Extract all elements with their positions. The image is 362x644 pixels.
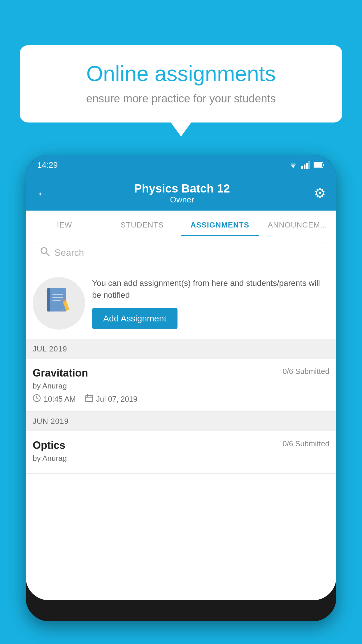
svg-rect-13 (52, 297, 63, 298)
meta-date: Jul 07, 2019 (85, 394, 138, 404)
signal-icon (301, 161, 311, 169)
promo-block: You can add assignment(s) from here and … (26, 269, 336, 339)
batch-role: Owner (134, 195, 230, 204)
assignment-date: Jul 07, 2019 (96, 395, 138, 404)
speech-bubble-container: Online assignments ensure more practice … (20, 45, 342, 123)
svg-line-20 (37, 398, 38, 399)
assignment-item-optics[interactable]: Optics 0/6 Submitted by Anurag (26, 431, 336, 474)
speech-bubble: Online assignments ensure more practice … (20, 45, 342, 123)
status-icons (288, 161, 325, 169)
assignment-by-gravitation: by Anurag (33, 382, 329, 391)
search-icon (40, 246, 50, 259)
assignment-title-gravitation: Gravitation (33, 367, 88, 379)
app-header: ← Physics Batch 12 Owner ⚙ (26, 176, 336, 211)
speech-bubble-subtext: ensure more practice for your students (37, 92, 325, 105)
svg-rect-2 (306, 163, 308, 169)
header-title-group: Physics Batch 12 Owner (134, 182, 230, 204)
calendar-icon (85, 394, 93, 404)
status-bar: 14:29 (26, 155, 336, 176)
search-container: Search (26, 236, 336, 269)
search-bar[interactable]: Search (33, 242, 329, 263)
svg-rect-1 (304, 164, 305, 169)
meta-time: 10:45 AM (33, 394, 76, 404)
assignment-submitted-gravitation: 0/6 Submitted (283, 367, 329, 376)
svg-rect-12 (52, 294, 63, 295)
svg-rect-10 (47, 288, 50, 312)
assignment-time: 10:45 AM (44, 395, 76, 404)
promo-text-area: You can add assignment(s) from here and … (92, 277, 329, 329)
tab-bar: IEW STUDENTS ASSIGNMENTS ANNOUNCEM... (26, 211, 336, 236)
status-time: 14:29 (37, 160, 58, 170)
assignment-title-optics: Optics (33, 439, 65, 452)
svg-rect-14 (52, 300, 61, 301)
assignment-submitted-optics: 0/6 Submitted (283, 439, 329, 448)
notebook-icon (44, 286, 73, 321)
speech-bubble-heading: Online assignments (37, 61, 325, 86)
phone-container: 14:29 (26, 155, 336, 644)
tab-assignments[interactable]: ASSIGNMENTS (181, 220, 259, 236)
svg-rect-3 (308, 161, 310, 169)
tab-students[interactable]: STUDENTS (103, 220, 181, 236)
phone-inner: 14:29 (26, 155, 336, 600)
svg-line-8 (46, 253, 49, 256)
svg-rect-6 (314, 163, 322, 167)
search-placeholder: Search (55, 247, 84, 258)
assignment-top-row: Gravitation 0/6 Submitted (33, 367, 329, 379)
assignment-meta-gravitation: 10:45 AM Jul 07, 201 (33, 394, 329, 404)
promo-icon-circle (33, 277, 85, 330)
clock-icon (33, 394, 41, 404)
assignment-by-optics: by Anurag (33, 454, 329, 463)
tab-announcements[interactable]: ANNOUNCEM... (259, 220, 337, 236)
settings-icon[interactable]: ⚙ (314, 185, 326, 201)
wifi-icon (288, 161, 298, 169)
app-content: Search (26, 236, 336, 600)
add-assignment-button[interactable]: Add Assignment (92, 308, 178, 329)
svg-rect-0 (301, 166, 303, 169)
back-button[interactable]: ← (36, 185, 50, 201)
section-header-jul: JUL 2019 (26, 339, 336, 359)
batch-name: Physics Batch 12 (134, 182, 230, 195)
tab-iew[interactable]: IEW (26, 220, 103, 236)
phone-frame: 14:29 (26, 155, 336, 621)
promo-description: You can add assignment(s) from here and … (92, 277, 329, 301)
svg-rect-21 (86, 396, 93, 402)
assignment-item-gravitation[interactable]: Gravitation 0/6 Submitted by Anurag (26, 359, 336, 412)
svg-rect-5 (323, 164, 324, 166)
battery-icon (314, 162, 325, 168)
assignment-top-row-optics: Optics 0/6 Submitted (33, 439, 329, 452)
section-header-jun: JUN 2019 (26, 412, 336, 431)
